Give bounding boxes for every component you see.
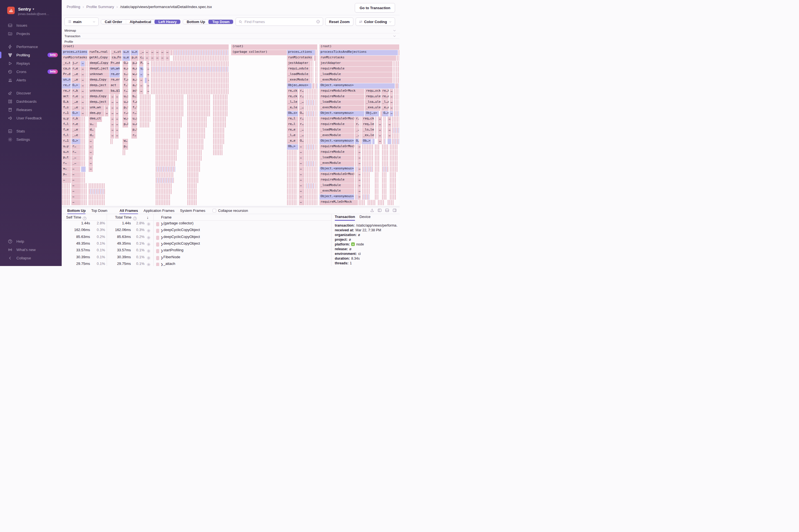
flamegraph[interactable]: (root)proces…ctionsrunTe…rnal_c…stu…nu…n… <box>62 44 400 206</box>
flame-frame[interactable] <box>397 56 399 61</box>
expand-chevron-icon[interactable]: ❯ <box>161 222 163 226</box>
flame-frame[interactable]: Ob…> <box>287 145 298 150</box>
flame-frame[interactable] <box>315 72 318 77</box>
flame-frame[interactable]: un…wn <box>109 66 120 72</box>
flame-frame[interactable]: ca…Fn <box>111 56 122 61</box>
tab-all-frames[interactable]: All Frames <box>119 209 138 214</box>
flame-frame[interactable] <box>85 78 88 83</box>
flame-frame[interactable]: Objec…mous> <box>287 83 312 89</box>
flame-frame[interactable] <box>305 139 315 144</box>
flame-frame[interactable] <box>375 189 379 194</box>
flame-frame[interactable]: … <box>115 128 118 133</box>
flame-frame[interactable]: … <box>357 194 361 200</box>
flame-frame[interactable] <box>390 172 396 177</box>
flame-frame[interactable]: f…l <box>123 83 128 89</box>
flame-frame[interactable] <box>355 161 357 166</box>
flame-frame[interactable] <box>315 178 318 183</box>
flame-frame[interactable] <box>305 89 315 94</box>
flame-frame[interactable]: jestAdapter <box>287 61 311 66</box>
flame-frame[interactable] <box>375 161 379 166</box>
flame-frame[interactable]: w… <box>123 139 128 144</box>
flame-frame[interactable]: … <box>80 72 85 77</box>
flame-frame[interactable]: r… <box>71 150 80 155</box>
flame-frame[interactable]: … <box>357 150 361 155</box>
flame-frame[interactable] <box>315 189 318 194</box>
view-top-down-button[interactable]: Top Down <box>208 19 234 24</box>
flame-frame[interactable] <box>187 150 202 155</box>
flame-frame[interactable]: deep…Copy <box>89 78 109 83</box>
flame-frame[interactable]: proces…ctions <box>62 50 88 55</box>
flame-frame[interactable]: … <box>299 167 304 172</box>
flame-frame[interactable]: _loadModule <box>319 183 354 189</box>
layout-bottom-panel-icon[interactable] <box>385 208 389 212</box>
flame-frame[interactable] <box>362 172 370 177</box>
flame-frame[interactable] <box>355 167 357 172</box>
flame-frame[interactable] <box>305 150 315 155</box>
flame-frame[interactable]: p…n <box>131 56 138 61</box>
flame-frame[interactable] <box>140 111 151 116</box>
flame-frame[interactable]: _…e <box>71 100 80 105</box>
flame-frame[interactable] <box>388 139 391 144</box>
flame-frame[interactable] <box>315 200 318 205</box>
flame-frame[interactable]: r… <box>62 161 71 166</box>
flame-frame[interactable] <box>392 139 399 144</box>
sentry-logo-icon[interactable] <box>7 7 15 14</box>
flame-frame[interactable]: runMicrotasks <box>287 56 313 61</box>
flame-frame[interactable]: … <box>357 172 361 177</box>
flame-frame[interactable]: f…e <box>62 128 71 133</box>
flame-frame[interactable]: p…t <box>131 128 137 133</box>
flame-frame[interactable] <box>187 194 197 200</box>
flame-frame[interactable] <box>359 133 362 138</box>
flame-frame[interactable]: r…e <box>71 94 80 100</box>
flame-frame[interactable]: … <box>80 94 85 100</box>
flame-frame[interactable] <box>155 150 177 155</box>
flame-frame[interactable] <box>305 145 315 150</box>
flame-frame[interactable] <box>187 155 202 161</box>
flame-frame[interactable]: requireModuleOrMock <box>319 172 354 177</box>
flame-frame[interactable]: … <box>390 94 393 100</box>
flame-frame[interactable]: dee…py <box>89 111 104 116</box>
flame-frame[interactable]: u… <box>89 122 97 128</box>
flame-frame[interactable]: … <box>115 111 118 116</box>
flame-frame[interactable] <box>287 178 297 183</box>
flame-frame[interactable]: _execModule <box>319 78 393 83</box>
sort-left-heavy-button[interactable]: Left Heavy <box>154 19 181 24</box>
flame-frame[interactable]: … <box>80 100 85 105</box>
flame-frame[interactable]: requi…odule <box>287 66 311 72</box>
help-icon[interactable]: ? <box>83 216 87 220</box>
flame-frame[interactable]: a…r <box>131 78 137 83</box>
flame-frame[interactable] <box>315 117 318 122</box>
flame-frame[interactable] <box>81 167 83 172</box>
flame-frame[interactable] <box>155 189 172 194</box>
flame-frame[interactable] <box>155 139 179 144</box>
flame-frame[interactable] <box>155 145 179 150</box>
sidebar-item-performance[interactable]: Performance <box>0 42 62 51</box>
flame-frame[interactable]: re…e <box>287 128 298 133</box>
flame-frame[interactable]: … <box>299 200 304 205</box>
flame-frame[interactable]: … <box>89 155 93 161</box>
flame-frame[interactable] <box>89 189 105 194</box>
flame-frame[interactable] <box>388 200 394 205</box>
flame-frame[interactable]: Object.<anonymous> <box>319 139 354 144</box>
tab-bottom-up[interactable]: Bottom Up <box>67 209 86 214</box>
flame-frame[interactable] <box>394 94 399 100</box>
table-row[interactable]: 33.57ms0.1%33.57ms0.1%❯startProfiling <box>62 248 331 254</box>
flame-frame[interactable]: _… <box>299 106 304 111</box>
flame-frame[interactable]: requ…ule <box>365 94 380 100</box>
flame-frame[interactable] <box>390 183 396 189</box>
flame-frame[interactable] <box>355 183 357 189</box>
flame-frame[interactable] <box>287 161 297 166</box>
chevron-down-icon[interactable] <box>393 34 396 38</box>
flame-frame[interactable] <box>315 106 318 111</box>
flame-frame[interactable]: _… <box>299 133 304 138</box>
flame-frame[interactable]: w…c <box>131 72 137 77</box>
flame-frame[interactable] <box>155 100 184 105</box>
flame-frame[interactable]: _…e <box>71 133 80 138</box>
flame-frame[interactable]: … <box>80 111 85 116</box>
flame-frame[interactable] <box>155 111 184 116</box>
flame-frame[interactable] <box>305 106 315 111</box>
flame-frame[interactable] <box>375 167 379 172</box>
flame-frame[interactable] <box>213 111 228 116</box>
flame-frame[interactable] <box>396 72 399 77</box>
flame-frame[interactable]: … <box>357 161 361 166</box>
